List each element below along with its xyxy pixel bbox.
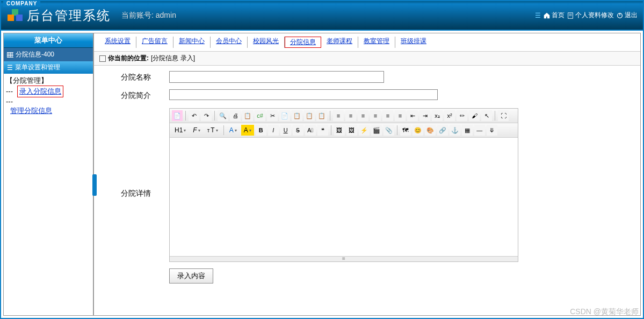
multi-image-icon[interactable]: 🖼 <box>346 125 357 136</box>
editor-body[interactable] <box>170 138 518 256</box>
font-size-select[interactable]: тT▾ <box>205 125 221 136</box>
nav-branch[interactable]: 分院信息 <box>285 37 321 48</box>
nav-member[interactable]: 会员中心 <box>211 37 248 48</box>
cut-icon[interactable]: ✂ <box>267 110 278 121</box>
italic-button[interactable]: I <box>268 125 279 136</box>
grid-icon <box>7 52 13 58</box>
header-actions: ☰ 首页 个人资料修改 退出 <box>535 11 643 20</box>
intro-label: 分院简介 <box>121 89 169 101</box>
image-icon[interactable]: 🖼 <box>334 125 345 136</box>
rich-editor: 📄 ↶ ↷ 🔍 🖨 📋 c# ✂ 📄 <box>169 108 518 262</box>
emoji-icon[interactable]: 😊 <box>413 125 423 136</box>
fullscreen-icon[interactable]: ⛶ <box>498 110 509 121</box>
list-icon: ☰ <box>7 64 13 72</box>
underline-button[interactable]: U <box>280 125 291 136</box>
submit-button[interactable]: 录入内容 <box>169 268 213 283</box>
menu-center-header: 菜单中心 <box>4 33 93 48</box>
select-all-icon[interactable]: ↖ <box>481 110 492 121</box>
editor-toolbar-2: H1▾ F▾ тT▾ A▾ A▾ B I U S̶ Aͨ <box>170 123 518 138</box>
name-label: 分院名称 <box>121 71 169 82</box>
sidebar-collapse-handle[interactable] <box>92 174 97 196</box>
attach-icon[interactable]: 📎 <box>383 125 394 136</box>
name-input[interactable] <box>169 71 384 83</box>
list-ol-icon[interactable]: ≡ <box>382 110 393 121</box>
superscript-icon[interactable]: x² <box>444 110 455 121</box>
menu-body: 【分院管理】 ---录入分院信息 ---管理分院信息 <box>4 74 93 315</box>
redo-icon[interactable]: ↷ <box>201 110 212 121</box>
align-left-icon[interactable]: ≡ <box>333 110 344 121</box>
align-justify-icon[interactable]: ≡ <box>370 110 381 121</box>
table-icon[interactable]: ▦ <box>462 125 473 136</box>
nav-teacher[interactable]: 老师课程 <box>321 37 358 48</box>
bg-color-select[interactable]: A▾ <box>241 125 254 136</box>
quote-icon[interactable]: ❝ <box>317 125 328 136</box>
outdent-icon[interactable]: ⇤ <box>407 110 418 121</box>
paste-text-icon[interactable]: 📋 <box>304 110 315 121</box>
bold-button[interactable]: B <box>256 125 266 136</box>
power-icon <box>616 12 624 19</box>
nav-campus[interactable]: 校园风光 <box>248 37 285 48</box>
breadcrumb-label: 你当前的位置: <box>108 54 149 63</box>
editor-resize-handle[interactable]: ≡ <box>170 256 518 261</box>
menu-section-header[interactable]: ☰ 菜单设置和管理 <box>4 61 93 74</box>
template-icon[interactable]: 📋 <box>242 110 253 121</box>
heading-select[interactable]: H1▾ <box>172 125 189 136</box>
nav-classroom[interactable]: 教室管理 <box>358 37 395 48</box>
header: 后台管理系统 当前账号: admin ☰ 首页 个人资料修改 退出 <box>1 1 643 31</box>
paste-icon[interactable]: 📋 <box>292 110 302 121</box>
font-family-select[interactable]: F▾ <box>190 125 202 136</box>
align-right-icon[interactable]: ≡ <box>358 110 368 121</box>
code-icon[interactable]: c# <box>255 110 265 121</box>
menu-bars-icon[interactable]: ☰ <box>535 12 541 19</box>
link-icon[interactable]: 🔗 <box>437 125 448 136</box>
nav-system[interactable]: 系统设置 <box>99 37 136 48</box>
account-value: admin <box>156 11 176 19</box>
account-label: 当前账号: <box>121 11 154 19</box>
unlink-icon[interactable]: ⚓ <box>450 125 460 136</box>
print-icon[interactable]: 🖨 <box>230 110 241 121</box>
map-icon[interactable]: 🗺 <box>400 125 411 136</box>
nav-schedule[interactable]: 班级排课 <box>395 37 432 48</box>
copy-icon[interactable]: 📄 <box>279 110 290 121</box>
format-brush-icon[interactable]: 🖌 <box>469 110 480 121</box>
form: 分院名称 分院简介 分院详情 📄 ↶ <box>94 66 640 289</box>
list-ul-icon[interactable]: ≡ <box>395 110 406 121</box>
nav-ad[interactable]: 广告留言 <box>136 37 173 48</box>
content: 系统设置 广告留言 新闻中心 会员中心 校园风光 分院信息 老师课程 教室管理 … <box>93 33 641 316</box>
account-info: 当前账号: admin <box>121 11 176 20</box>
hr-icon[interactable]: — <box>474 125 485 136</box>
detail-label: 分院详情 <box>121 108 169 199</box>
strike-icon[interactable]: S̶ <box>293 125 303 136</box>
menu-link-input[interactable]: 录入分院信息 <box>17 86 63 97</box>
preview-icon[interactable]: 🔍 <box>218 110 228 121</box>
sidebar: 菜单中心 分院信息-400 ☰ 菜单设置和管理 【分院管理】 ---录入分院信息… <box>3 33 93 316</box>
source-icon[interactable]: 📄 <box>172 110 183 121</box>
remove-format-icon[interactable]: Aͨ <box>305 125 316 136</box>
flash-icon[interactable]: ⚡ <box>359 125 370 136</box>
align-center-icon[interactable]: ≡ <box>345 110 356 121</box>
profile-icon <box>567 12 574 19</box>
nav-news[interactable]: 新闻中心 <box>173 37 211 48</box>
home-icon <box>543 12 551 19</box>
indent-icon[interactable]: ⇥ <box>419 110 430 121</box>
body: 菜单中心 分院信息-400 ☰ 菜单设置和管理 【分院管理】 ---录入分院信息… <box>1 31 643 318</box>
company-tag: COMPANY <box>3 0 40 7</box>
intro-input[interactable] <box>169 89 438 100</box>
profile-link[interactable]: 个人资料修改 <box>567 11 614 20</box>
art-icon[interactable]: 🎨 <box>425 125 436 136</box>
menu-sub-header[interactable]: 分院信息-400 <box>4 48 93 61</box>
menu-item-manage: ---管理分院信息 <box>6 97 91 116</box>
logout-link[interactable]: 退出 <box>616 11 638 20</box>
menu-link-manage[interactable]: 管理分院信息 <box>10 105 91 116</box>
subscript-icon[interactable]: x₂ <box>432 110 443 121</box>
home-link[interactable]: 首页 <box>543 11 565 20</box>
media-icon[interactable]: 🎬 <box>371 125 382 136</box>
top-nav: 系统设置 广告留言 新闻中心 会员中心 校园风光 分院信息 老师课程 教室管理 … <box>94 33 640 52</box>
editor-toolbar-1: 📄 ↶ ↷ 🔍 🖨 📋 c# ✂ 📄 <box>170 109 518 123</box>
undo-icon[interactable]: ↶ <box>189 110 199 121</box>
font-color-select[interactable]: A▾ <box>227 125 240 136</box>
clear-format-icon[interactable]: ✏ <box>457 110 467 121</box>
paste-word-icon[interactable]: 📋 <box>316 110 327 121</box>
logo-icon <box>8 8 23 23</box>
pagebreak-icon[interactable]: ⤋ <box>487 125 497 136</box>
